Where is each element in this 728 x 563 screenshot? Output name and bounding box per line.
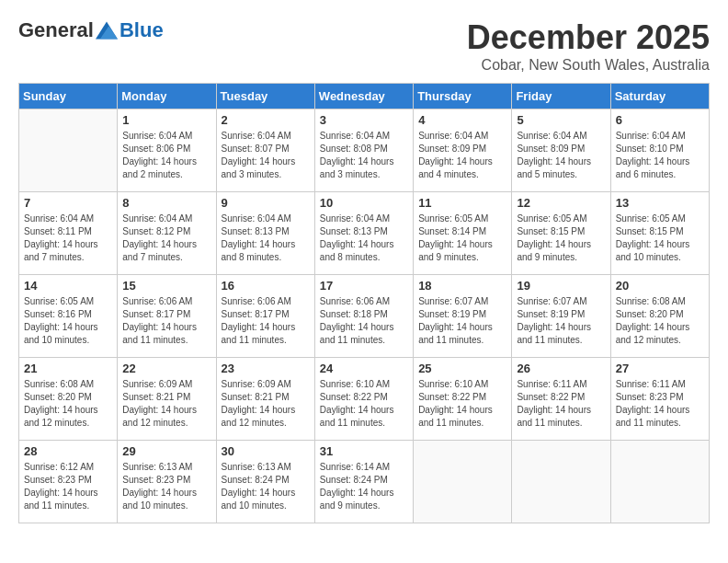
day-number: 4: [418, 113, 506, 127]
calendar-header-sunday: Sunday: [19, 84, 118, 109]
day-info: Sunrise: 6:09 AMSunset: 8:21 PMDaylight:…: [122, 378, 210, 430]
day-info: Sunrise: 6:04 AMSunset: 8:10 PMDaylight:…: [616, 130, 704, 181]
day-number: 1: [122, 113, 210, 127]
calendar-header-monday: Monday: [118, 84, 216, 109]
calendar-day-cell: 4Sunrise: 6:04 AMSunset: 8:09 PMDaylight…: [414, 109, 512, 192]
calendar-day-cell: [414, 441, 512, 523]
calendar-day-cell: 14Sunrise: 6:05 AMSunset: 8:16 PMDayligh…: [19, 275, 118, 358]
calendar-week-row: 21Sunrise: 6:08 AMSunset: 8:20 PMDayligh…: [19, 358, 710, 441]
day-number: 20: [616, 279, 704, 293]
day-number: 14: [24, 279, 112, 293]
day-number: 2: [222, 113, 310, 127]
day-number: 12: [517, 196, 605, 210]
calendar-day-cell: 9Sunrise: 6:04 AMSunset: 8:13 PMDaylight…: [216, 192, 314, 275]
day-info: Sunrise: 6:11 AMSunset: 8:23 PMDaylight:…: [616, 378, 704, 430]
calendar-day-cell: 12Sunrise: 6:05 AMSunset: 8:15 PMDayligh…: [512, 192, 610, 275]
day-info: Sunrise: 6:06 AMSunset: 8:17 PMDaylight:…: [122, 295, 210, 347]
day-number: 10: [320, 196, 408, 210]
calendar-day-cell: 22Sunrise: 6:09 AMSunset: 8:21 PMDayligh…: [118, 358, 216, 441]
calendar-day-cell: 13Sunrise: 6:05 AMSunset: 8:15 PMDayligh…: [610, 192, 709, 275]
calendar-header-friday: Friday: [512, 84, 610, 109]
day-info: Sunrise: 6:12 AMSunset: 8:23 PMDaylight:…: [24, 461, 112, 512]
logo-icon: [96, 21, 118, 40]
day-number: 23: [222, 362, 310, 375]
title-section: December 2025 Cobar, New South Wales, Au…: [467, 18, 710, 74]
day-info: Sunrise: 6:04 AMSunset: 8:11 PMDaylight:…: [24, 213, 112, 264]
day-number: 9: [222, 196, 310, 210]
page-header: General Blue December 2025 Cobar, New So…: [18, 18, 710, 74]
day-number: 17: [320, 279, 408, 293]
calendar-day-cell: 26Sunrise: 6:11 AMSunset: 8:22 PMDayligh…: [512, 358, 610, 441]
day-info: Sunrise: 6:05 AMSunset: 8:15 PMDaylight:…: [517, 213, 605, 264]
calendar-day-cell: 16Sunrise: 6:06 AMSunset: 8:17 PMDayligh…: [216, 275, 314, 358]
day-number: 31: [320, 444, 408, 458]
day-info: Sunrise: 6:13 AMSunset: 8:24 PMDaylight:…: [222, 461, 310, 512]
day-number: 26: [517, 362, 605, 375]
day-number: 24: [320, 362, 408, 375]
day-number: 15: [122, 279, 210, 293]
day-info: Sunrise: 6:05 AMSunset: 8:15 PMDaylight:…: [616, 213, 704, 264]
day-number: 29: [122, 444, 210, 458]
day-info: Sunrise: 6:10 AMSunset: 8:22 PMDaylight:…: [320, 378, 408, 430]
day-number: 5: [517, 113, 605, 127]
calendar-day-cell: 29Sunrise: 6:13 AMSunset: 8:23 PMDayligh…: [118, 441, 216, 523]
day-info: Sunrise: 6:05 AMSunset: 8:16 PMDaylight:…: [24, 295, 112, 347]
day-info: Sunrise: 6:04 AMSunset: 8:12 PMDaylight:…: [122, 213, 210, 264]
day-number: 21: [24, 362, 112, 375]
day-info: Sunrise: 6:06 AMSunset: 8:17 PMDaylight:…: [222, 295, 310, 347]
calendar-day-cell: 30Sunrise: 6:13 AMSunset: 8:24 PMDayligh…: [216, 441, 314, 523]
month-title: December 2025: [467, 18, 710, 57]
day-number: 19: [517, 279, 605, 293]
calendar-week-row: 1Sunrise: 6:04 AMSunset: 8:06 PMDaylight…: [19, 109, 710, 192]
calendar-day-cell: [610, 441, 709, 523]
calendar-day-cell: 25Sunrise: 6:10 AMSunset: 8:22 PMDayligh…: [414, 358, 512, 441]
day-number: 6: [616, 113, 704, 127]
calendar-day-cell: 10Sunrise: 6:04 AMSunset: 8:13 PMDayligh…: [314, 192, 413, 275]
day-info: Sunrise: 6:14 AMSunset: 8:24 PMDaylight:…: [320, 461, 408, 512]
calendar-header-thursday: Thursday: [414, 84, 512, 109]
logo: General Blue: [18, 18, 164, 42]
day-info: Sunrise: 6:05 AMSunset: 8:14 PMDaylight:…: [418, 213, 506, 264]
calendar-day-cell: 20Sunrise: 6:08 AMSunset: 8:20 PMDayligh…: [610, 275, 709, 358]
calendar-day-cell: 17Sunrise: 6:06 AMSunset: 8:18 PMDayligh…: [314, 275, 413, 358]
calendar-day-cell: [512, 441, 610, 523]
day-number: 18: [418, 279, 506, 293]
calendar-day-cell: 8Sunrise: 6:04 AMSunset: 8:12 PMDaylight…: [118, 192, 216, 275]
calendar-table: SundayMondayTuesdayWednesdayThursdayFrid…: [18, 83, 710, 523]
calendar-header-wednesday: Wednesday: [314, 84, 413, 109]
calendar-header-row: SundayMondayTuesdayWednesdayThursdayFrid…: [19, 84, 710, 109]
day-info: Sunrise: 6:10 AMSunset: 8:22 PMDaylight:…: [418, 378, 506, 430]
day-info: Sunrise: 6:09 AMSunset: 8:21 PMDaylight:…: [222, 378, 310, 430]
calendar-day-cell: 1Sunrise: 6:04 AMSunset: 8:06 PMDaylight…: [118, 109, 216, 192]
calendar-week-row: 7Sunrise: 6:04 AMSunset: 8:11 PMDaylight…: [19, 192, 710, 275]
day-info: Sunrise: 6:08 AMSunset: 8:20 PMDaylight:…: [24, 378, 112, 430]
calendar-week-row: 28Sunrise: 6:12 AMSunset: 8:23 PMDayligh…: [19, 441, 710, 523]
day-info: Sunrise: 6:04 AMSunset: 8:09 PMDaylight:…: [517, 130, 605, 181]
day-number: 25: [418, 362, 506, 375]
day-number: 7: [24, 196, 112, 210]
day-info: Sunrise: 6:04 AMSunset: 8:06 PMDaylight:…: [122, 130, 210, 181]
calendar-day-cell: [19, 109, 118, 192]
day-info: Sunrise: 6:07 AMSunset: 8:19 PMDaylight:…: [418, 295, 506, 347]
calendar-day-cell: 3Sunrise: 6:04 AMSunset: 8:08 PMDaylight…: [314, 109, 413, 192]
location: Cobar, New South Wales, Australia: [467, 57, 710, 74]
day-number: 11: [418, 196, 506, 210]
calendar-day-cell: 23Sunrise: 6:09 AMSunset: 8:21 PMDayligh…: [216, 358, 314, 441]
day-info: Sunrise: 6:07 AMSunset: 8:19 PMDaylight:…: [517, 295, 605, 347]
calendar-day-cell: 19Sunrise: 6:07 AMSunset: 8:19 PMDayligh…: [512, 275, 610, 358]
calendar-day-cell: 24Sunrise: 6:10 AMSunset: 8:22 PMDayligh…: [314, 358, 413, 441]
day-number: 28: [24, 444, 112, 458]
day-number: 16: [222, 279, 310, 293]
day-number: 8: [122, 196, 210, 210]
day-info: Sunrise: 6:13 AMSunset: 8:23 PMDaylight:…: [122, 461, 210, 512]
day-info: Sunrise: 6:08 AMSunset: 8:20 PMDaylight:…: [616, 295, 704, 347]
day-number: 22: [122, 362, 210, 375]
day-info: Sunrise: 6:04 AMSunset: 8:08 PMDaylight:…: [320, 130, 408, 181]
calendar-day-cell: 18Sunrise: 6:07 AMSunset: 8:19 PMDayligh…: [414, 275, 512, 358]
day-info: Sunrise: 6:11 AMSunset: 8:22 PMDaylight:…: [517, 378, 605, 430]
day-number: 13: [616, 196, 704, 210]
calendar-day-cell: 31Sunrise: 6:14 AMSunset: 8:24 PMDayligh…: [314, 441, 413, 523]
calendar-day-cell: 2Sunrise: 6:04 AMSunset: 8:07 PMDaylight…: [216, 109, 314, 192]
day-number: 27: [616, 362, 704, 375]
calendar-header-tuesday: Tuesday: [216, 84, 314, 109]
